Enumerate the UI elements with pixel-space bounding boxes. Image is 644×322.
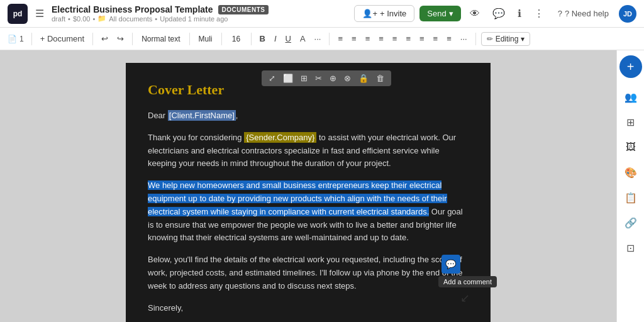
align-left-button[interactable]: ≡ <box>335 32 346 45</box>
document-page: ⤢ ⬜ ⊞ ✂ ⊕ ⊗ 🔒 🗑 Cover Letter Dear [Clien… <box>126 63 491 322</box>
invite-icon: 👤+ <box>362 9 377 18</box>
doc-price: $0.00 <box>73 15 91 23</box>
doc-title: Electrical Business Proposal Template <box>52 4 213 14</box>
para-3: Below, you'll find the details of the el… <box>148 253 469 292</box>
invite-button[interactable]: 👤+ + Invite <box>354 5 414 22</box>
divider-7 <box>329 33 330 45</box>
help-icon: ? <box>558 9 562 18</box>
page-indicator: 📄 1 <box>5 35 26 43</box>
right-sidebar: + 👥 ⊞ 🖼 🎨 📋 🔗 ⊡ <box>616 50 644 322</box>
divider-5 <box>221 33 222 45</box>
sidebar-apps-button[interactable]: ⊡ <box>619 236 642 259</box>
formatting-toolbar: 📄 1 + Document ↩ ↪ Normal text Muli B I … <box>0 28 644 50</box>
doc-title-area: Electrical Business Proposal Template DO… <box>52 4 349 23</box>
more-align-button[interactable]: ··· <box>457 32 470 45</box>
align-right-button[interactable]: ≡ <box>362 32 374 45</box>
closing-line: Sincerely, <box>148 302 469 315</box>
sidebar-image-button[interactable]: 🖼 <box>619 136 642 158</box>
block-toolbar: ⤢ ⬜ ⊞ ✂ ⊕ ⊗ 🔒 🗑 <box>262 70 391 86</box>
more-text-format-button[interactable]: ··· <box>311 32 325 45</box>
italic-button[interactable]: I <box>271 32 280 45</box>
block-lock-button[interactable]: 🔒 <box>355 72 372 84</box>
block-type-button[interactable]: ⊞ <box>297 72 311 84</box>
bullet-list-button[interactable]: ≡ <box>389 32 401 45</box>
send-button[interactable]: Send ▾ <box>419 6 460 21</box>
chevron-down-icon: ▾ <box>449 9 453 18</box>
redo-button[interactable]: ↪ <box>114 32 127 45</box>
block-resize-button[interactable]: ⬜ <box>280 72 296 84</box>
greeting-line: Dear [Client.FirstName], <box>148 109 469 123</box>
sender-company-field: {Sender.Company} <box>244 132 316 143</box>
text-color-button[interactable]: A <box>297 32 309 45</box>
para-1: Thank you for considering {Sender.Compan… <box>148 131 469 170</box>
align-center-button[interactable]: ≡ <box>348 32 360 45</box>
block-move-button[interactable]: ⤢ <box>265 72 279 84</box>
sidebar-forms-button[interactable]: 📋 <box>619 186 642 209</box>
info-button[interactable]: ℹ <box>514 5 525 22</box>
selected-text-block: We help new homeowners and small busines… <box>148 180 447 216</box>
divider-8 <box>475 33 476 45</box>
add-comment-tooltip: 💬 Add a comment ↙ <box>441 255 497 305</box>
folder-icon: 📁 <box>97 14 106 23</box>
divider-3 <box>132 33 133 45</box>
divider-2 <box>92 33 93 45</box>
block-wrap-button[interactable]: ⊗ <box>341 72 354 84</box>
more-options-button[interactable]: ⋮ <box>530 5 548 22</box>
comment-tooltip-label: Add a comment <box>438 276 497 287</box>
client-firstname-field: [Client.FirstName] <box>168 110 236 121</box>
divider-6 <box>251 33 252 45</box>
page-icon: 📄 <box>8 35 17 43</box>
sidebar-link-button[interactable]: 🔗 <box>619 211 642 234</box>
font-size-input[interactable] <box>227 35 246 43</box>
add-comment-button[interactable]: 💬 <box>441 255 460 274</box>
document-area: ⤢ ⬜ ⊞ ✂ ⊕ ⊗ 🔒 🗑 Cover Letter Dear [Clien… <box>0 50 616 322</box>
para-2: We help new homeowners and small busines… <box>148 179 469 245</box>
bold-button[interactable]: B <box>257 32 269 45</box>
block-add-button[interactable]: ⊕ <box>326 72 340 84</box>
top-nav: pd ☰ Electrical Business Proposal Templa… <box>0 0 644 28</box>
divider-4 <box>189 33 190 45</box>
numbered-list-button[interactable]: ≡ <box>402 32 414 45</box>
doc-updated: Updated 1 minute ago <box>160 15 228 23</box>
draft-status: draft <box>52 15 65 23</box>
indent-left-button[interactable]: ≡ <box>416 32 428 45</box>
documents-badge: DOCUMENTS <box>218 5 269 14</box>
undo-button[interactable]: ↩ <box>98 32 111 45</box>
editing-mode-button[interactable]: ✏ Editing ▾ <box>481 32 531 46</box>
page-section: 📄 1 <box>5 35 26 43</box>
text-style-selector[interactable]: Normal text <box>138 33 184 45</box>
align-justify-button[interactable]: ≡ <box>375 32 387 45</box>
sidebar-users-button[interactable]: 👥 <box>619 86 642 108</box>
block-delete-button[interactable]: 🗑 <box>373 72 387 84</box>
add-document-button[interactable]: + Document <box>37 32 87 45</box>
doc-location: All documents <box>109 15 152 23</box>
font-selector[interactable]: Muli <box>195 33 216 45</box>
indent-right-button[interactable]: ≡ <box>430 32 441 45</box>
top-nav-actions: 👤+ + Invite Send ▾ 👁 💬 ℹ ⋮ ? ? Need help… <box>354 5 636 23</box>
pencil-icon: ✏ <box>487 35 493 43</box>
preview-button[interactable]: 👁 <box>466 6 484 22</box>
underline-button[interactable]: U <box>282 32 294 45</box>
cursor-arrow-icon: ↙ <box>460 291 470 305</box>
app-logo: pd <box>8 4 28 24</box>
need-help-button[interactable]: ? ? Need help <box>553 6 614 21</box>
main-area: ⤢ ⬜ ⊞ ✂ ⊕ ⊗ 🔒 🗑 Cover Letter Dear [Clien… <box>0 50 644 322</box>
add-element-button[interactable]: + <box>619 55 642 78</box>
line-spacing-button[interactable]: ≡ <box>443 32 455 45</box>
block-cut-button[interactable]: ✂ <box>312 72 325 84</box>
doc-body: Dear [Client.FirstName], Thank you for c… <box>148 109 469 314</box>
user-avatar[interactable]: JD <box>619 5 636 23</box>
sidebar-layout-button[interactable]: ⊞ <box>619 111 642 133</box>
divider-1 <box>31 33 32 45</box>
doc-meta: draft • $0.00 • 📁 All documents • Update… <box>52 14 349 23</box>
chevron-down-icon: ▾ <box>521 35 525 43</box>
sidebar-palette-button[interactable]: 🎨 <box>619 161 642 184</box>
chat-button[interactable]: 💬 <box>489 5 509 22</box>
hamburger-button[interactable]: ☰ <box>33 5 47 22</box>
